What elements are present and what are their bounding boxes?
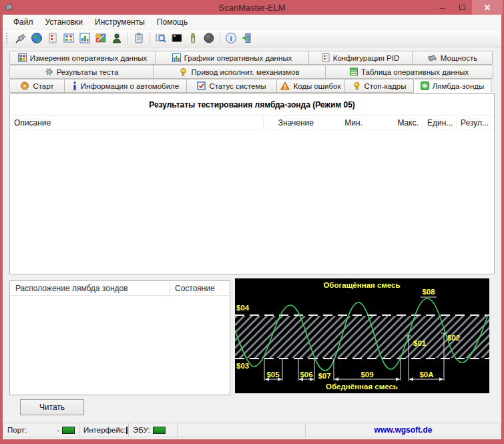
toolbar-separator (220, 32, 220, 44)
close-button[interactable]: ✕ (472, 0, 503, 15)
menu-tools[interactable]: Инструменты (89, 16, 150, 28)
tab-live-data-graphs[interactable]: Графики оперативных данных (155, 51, 309, 65)
column-unit[interactable]: Един... (423, 116, 457, 130)
tab-freeze-frames[interactable]: Стоп-кадры (344, 79, 414, 93)
interface-led-indicator (126, 427, 128, 434)
marker-0A: $0A (419, 371, 433, 379)
info-icon[interactable]: i (223, 31, 239, 45)
marker-02: $02 (447, 334, 460, 342)
read-button[interactable]: Читать (20, 399, 84, 415)
status-checkbox-icon (197, 81, 206, 90)
bar-chart-icon[interactable] (77, 31, 93, 45)
column-result[interactable]: Резул... (457, 116, 494, 130)
warning-icon (280, 81, 290, 90)
globe-icon[interactable] (29, 31, 45, 45)
marker-03: $03 (236, 362, 249, 370)
tab-strip: Измерения оперативных данных Графики опе… (9, 51, 495, 93)
connect-icon[interactable] (13, 31, 29, 45)
ecu-led-indicator (153, 427, 166, 434)
tab-live-data-table[interactable]: Таблица оперативных данных (325, 65, 493, 79)
terminal-icon[interactable] (169, 31, 185, 45)
grid-icon (18, 53, 27, 62)
client-area: Файл Установки Инструменты Помощь (3, 15, 501, 439)
ecu-label: ЭБУ: (133, 426, 150, 434)
maximize-button[interactable] (452, 0, 472, 15)
website-link[interactable]: www.wgsoft.de (305, 423, 501, 437)
toolbar-separator (128, 32, 128, 44)
tab-power[interactable]: Мощность (412, 51, 493, 65)
marker-04: $04 (236, 304, 250, 312)
table-icon (350, 67, 358, 76)
status-bar: Порт: - Интерфейс: ЭБУ: www.wgsoft.de (3, 422, 501, 439)
status-port: Порт: - (3, 423, 79, 437)
tab-live-data-measurements[interactable]: Измерения оперативных данных (9, 51, 156, 65)
tab-label: Статус системы (209, 82, 266, 90)
status-ecu: ЭБУ: (128, 423, 177, 437)
grid-measurements-icon[interactable] (61, 31, 77, 45)
tab-test-results[interactable]: Результаты теста (9, 65, 154, 79)
status-interface: Интерфейс: (79, 423, 128, 437)
menu-file[interactable]: Файл (8, 16, 39, 28)
tab-actuator-test[interactable]: Привод исполнит. механизмов (153, 65, 326, 79)
tab-start[interactable]: Старт (9, 79, 65, 93)
column-description[interactable]: Описание (10, 116, 264, 130)
tab-label: Стоп-кадры (364, 82, 407, 90)
port-value: - (57, 426, 59, 434)
tab-system-status[interactable]: Статус системы (186, 79, 277, 93)
waveform-svg: Обогащённая смесь Обеднённая смесь $04 $… (235, 278, 489, 393)
search-screen-icon[interactable] (153, 31, 169, 45)
toolbar: i (3, 29, 501, 47)
menu-help[interactable]: Помощь (152, 16, 193, 28)
bar-chart-icon (172, 53, 181, 62)
tab-label: Старт (33, 82, 53, 90)
battery-icon[interactable] (185, 31, 201, 45)
marker-08: $08 (422, 288, 435, 296)
pid-doc-icon (322, 53, 330, 62)
marker-09: $09 (360, 371, 373, 379)
rich-mixture-label: Обогащённая смесь (323, 281, 400, 289)
port-led-indicator (62, 427, 75, 434)
exit-icon[interactable] (239, 31, 255, 45)
marker-05: $05 (266, 371, 280, 379)
pid-document-icon[interactable] (45, 31, 61, 45)
sensor-table-headers: Расположение лямбда зондов Состояние (10, 281, 230, 296)
gauge-icon[interactable] (201, 31, 217, 45)
window-title: ScanMaster-ELM (0, 3, 504, 13)
lambda-waveform-chart: Обогащённая смесь Обеднённая смесь $04 $… (235, 278, 489, 393)
tab-label: Графики оперативных данных (184, 54, 292, 62)
marker-07: $07 (318, 372, 330, 380)
toolbar-grip[interactable] (5, 32, 9, 44)
menu-bar: Файл Установки Инструменты Помощь (3, 15, 501, 29)
tab-label: Лямбда-зонды (433, 82, 484, 90)
port-label: Порт: (7, 426, 27, 434)
tab-pid-configuration[interactable]: Конфигурация PID (308, 51, 413, 65)
menu-settings[interactable]: Установки (40, 16, 88, 28)
tab-label: Таблица оперативных данных (361, 68, 469, 76)
tab-error-codes[interactable]: Коды ошибок (276, 79, 345, 93)
column-min[interactable]: Мин. (318, 116, 367, 130)
tab-label: Результаты теста (57, 68, 119, 76)
tab-label: Конфигурация PID (333, 54, 400, 62)
user-icon[interactable] (109, 31, 125, 45)
status-empty-section (177, 423, 305, 437)
image-report-icon[interactable] (93, 31, 109, 45)
toolbar-separator (150, 32, 150, 44)
svg-text:i: i (230, 34, 232, 42)
column-max[interactable]: Макс. (367, 116, 423, 130)
freeze-frame-icon (352, 81, 361, 90)
panel-title: Результаты тестирования лямбда-зонда (Ре… (10, 94, 494, 109)
marker-06: $06 (300, 371, 312, 379)
column-sensor-state[interactable]: Состояние (170, 281, 230, 295)
clipboard-icon[interactable] (131, 31, 147, 45)
column-value[interactable]: Значение (264, 116, 318, 130)
tab-lambda-sensors[interactable]: Лямбда-зонды (413, 79, 491, 93)
chip-icon (427, 54, 437, 62)
tab-row-2: Результаты теста Привод исполнит. механи… (9, 65, 495, 79)
column-sensor-location[interactable]: Расположение лямбда зондов (10, 281, 170, 295)
minimize-button[interactable]: – (432, 0, 452, 15)
lambda-sensor-icon (421, 81, 429, 90)
lambda-test-results-panel: Результаты тестирования лямбда-зонда (Ре… (9, 93, 495, 274)
tab-label: Коды ошибок (293, 82, 340, 90)
tab-vehicle-information[interactable]: Информация о автомобиле (64, 79, 187, 93)
title-bar: ScanMaster-ELM – ✕ (0, 0, 504, 15)
